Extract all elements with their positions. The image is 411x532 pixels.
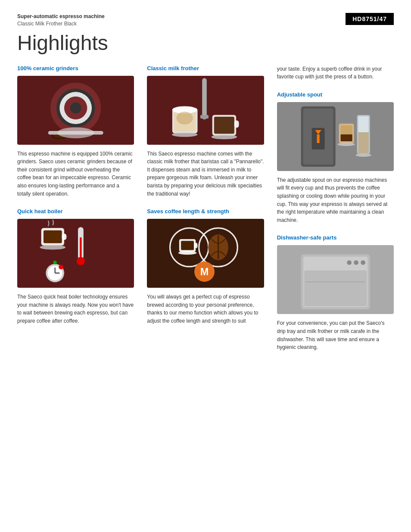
- column-right: your taste. Enjoy a superb coffee drink …: [277, 65, 394, 362]
- memo-image: M: [147, 219, 264, 288]
- frother-text: This Saeco espresso machine comes with t…: [147, 150, 264, 198]
- feature-frother: Classic milk frother: [147, 65, 264, 198]
- svg-rect-30: [234, 120, 239, 128]
- dishwasher-title: Dishwasher-safe parts: [277, 234, 394, 241]
- svg-point-12: [40, 245, 65, 250]
- feature-dishwasher: Dishwasher-safe parts: [277, 234, 394, 351]
- dishwasher-image: [277, 245, 394, 314]
- page-title: Highlights: [17, 31, 394, 55]
- memo-text-partial: You will always get a perfect cup of esp…: [147, 293, 264, 325]
- svg-rect-22: [202, 78, 207, 119]
- content-grid: 100% ceramic grinders: [17, 65, 394, 362]
- spout-illustration: [277, 102, 394, 171]
- feature-memo-continued: your taste. Enjoy a superb coffee drink …: [277, 65, 394, 81]
- ceramic-image: [17, 76, 134, 145]
- feature-ceramic: 100% ceramic grinders: [17, 65, 134, 198]
- boiler-title: Quick heat boiler: [17, 208, 134, 215]
- svg-point-8: [57, 127, 94, 138]
- svg-text:M: M: [200, 266, 209, 277]
- dishwasher-text: For your convenience, you can put the Sa…: [277, 319, 394, 351]
- spout-title: Adjustable spout: [277, 91, 394, 98]
- product-info: Super-automatic espresso machine Classic…: [17, 13, 105, 28]
- svg-point-4: [70, 102, 81, 113]
- svg-point-15: [77, 257, 85, 265]
- frother-title: Classic milk frother: [147, 65, 264, 72]
- svg-rect-10: [44, 230, 62, 243]
- svg-point-20: [59, 265, 63, 270]
- svg-point-31: [212, 134, 237, 139]
- svg-point-21: [53, 261, 57, 264]
- frother-illustration: [147, 76, 264, 145]
- svg-point-37: [178, 251, 197, 255]
- memo-illustration: M: [147, 219, 264, 288]
- ceramic-illustration: [17, 76, 134, 145]
- svg-rect-23: [200, 115, 209, 118]
- svg-point-60: [361, 261, 365, 265]
- svg-rect-36: [194, 243, 198, 249]
- svg-rect-29: [214, 117, 234, 134]
- svg-rect-53: [358, 116, 368, 132]
- spout-image: [277, 102, 394, 171]
- memo-title: Saves coffee length & strength: [147, 208, 264, 215]
- ceramic-title: 100% ceramic grinders: [17, 65, 134, 72]
- svg-point-32: [172, 132, 198, 137]
- spout-text: The adjustable spout on our espresso mac…: [277, 176, 394, 224]
- feature-boiler: Quick heat boiler: [17, 208, 134, 325]
- svg-rect-14: [80, 237, 81, 258]
- svg-rect-46: [317, 134, 319, 143]
- boiler-illustration: [17, 219, 134, 288]
- ceramic-text: This espresso machine is equipped 100% c…: [17, 150, 134, 198]
- column-middle: Classic milk frother: [147, 65, 264, 362]
- feature-memo: Saves coffee length & strength: [147, 208, 264, 325]
- boiler-image: [17, 219, 134, 288]
- svg-point-59: [354, 261, 358, 265]
- boiler-text: The Saeco quick heat boiler technology e…: [17, 293, 134, 325]
- svg-rect-11: [62, 233, 67, 240]
- page: Super-automatic espresso machine Classic…: [0, 0, 411, 532]
- product-title: Super-automatic espresso machine: [17, 13, 105, 20]
- frother-image: [147, 76, 264, 145]
- dishwasher-illustration: [277, 245, 394, 314]
- memo-text-continued: your taste. Enjoy a superb coffee drink …: [277, 65, 394, 81]
- header-row: Super-automatic espresso machine Classic…: [17, 13, 394, 28]
- svg-point-50: [337, 143, 355, 146]
- feature-spout: Adjustable spout: [277, 91, 394, 224]
- svg-point-54: [355, 153, 371, 157]
- svg-point-58: [347, 261, 352, 265]
- svg-rect-57: [304, 271, 367, 306]
- column-left: 100% ceramic grinders: [17, 65, 134, 362]
- svg-point-27: [177, 112, 193, 124]
- svg-rect-49: [340, 134, 352, 141]
- product-subtitle: Classic Milk Frother Black: [17, 20, 105, 28]
- svg-rect-52: [358, 132, 368, 154]
- model-badge: HD8751/47: [346, 13, 394, 25]
- svg-rect-35: [181, 241, 194, 250]
